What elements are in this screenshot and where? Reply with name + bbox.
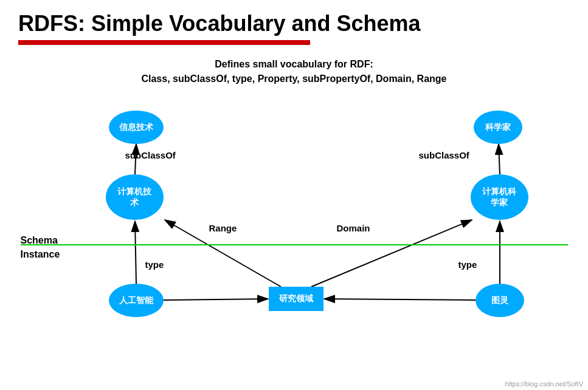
schema-label: Schema	[21, 235, 58, 246]
node-rengong: 人工智能	[109, 284, 164, 317]
node-jisuan-sci: 计算机科学家	[471, 174, 528, 220]
svg-line-6	[135, 221, 136, 284]
svg-line-9	[324, 299, 476, 300]
node-yanjiu: 研究领域	[269, 287, 323, 311]
node-jisuan-tech: 计算机技术	[106, 174, 164, 220]
label-type-right: type	[458, 259, 477, 270]
instance-label: Instance	[21, 249, 60, 260]
subtitle: Defines small vocabulary for RDF: Class,…	[18, 57, 570, 86]
node-kexuejia: 科学家	[474, 111, 522, 144]
label-range: Range	[209, 223, 237, 233]
label-subclassof-right: subClassOf	[419, 150, 469, 160]
svg-line-5	[311, 220, 472, 287]
watermark: https://blog.csdn.net/SoftV	[505, 380, 583, 388]
label-subclassof-left: subClassOf	[125, 150, 176, 160]
schema-line	[21, 244, 568, 245]
svg-line-3	[499, 144, 500, 174]
page-container: RDFS: Simple Vocabulary and Schema Defin…	[0, 0, 588, 390]
page-title: RDFS: Simple Vocabulary and Schema	[18, 11, 570, 36]
subtitle-line1: Defines small vocabulary for RDF:	[215, 59, 373, 69]
red-bar	[18, 40, 310, 45]
node-xinxi: 信息技术	[109, 111, 164, 144]
label-domain: Domain	[337, 223, 370, 233]
svg-line-8	[164, 299, 268, 300]
node-tuling: 图灵	[476, 284, 524, 317]
diagram-area: Schema Instance 信息技术 科学家 计算机技术 计算机科学家 人工…	[21, 104, 568, 341]
subtitle-line2: Class, subClassOf, type, Property, subPr…	[141, 74, 446, 84]
label-type-left: type	[145, 259, 164, 270]
